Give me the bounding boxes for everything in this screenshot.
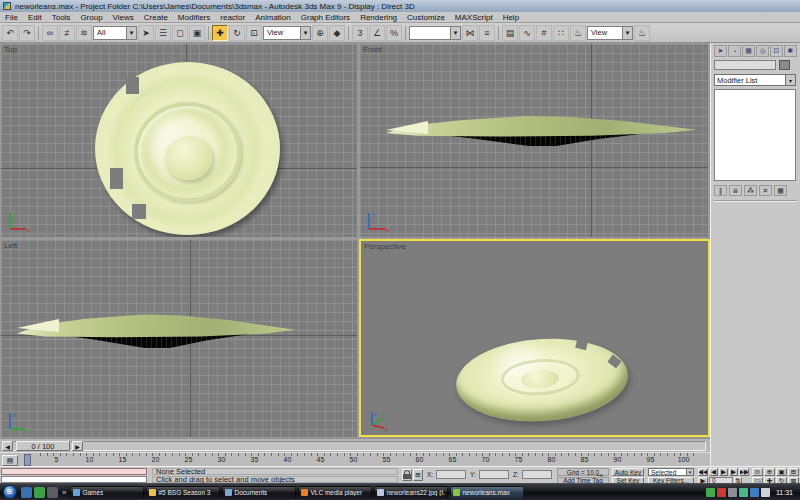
time-step-back-button[interactable]: ◀	[2, 441, 13, 451]
menu-animation[interactable]: Animation	[250, 13, 296, 22]
select-and-link-button[interactable]: ∞	[42, 25, 58, 41]
tab-create[interactable]: ➤	[714, 45, 727, 57]
remove-modifier-button[interactable]: ✕	[759, 185, 772, 196]
object-color-swatch[interactable]	[779, 60, 790, 70]
start-button[interactable]: ⊞	[3, 485, 17, 499]
mini-curve-editor-button[interactable]: ▤	[2, 455, 18, 466]
tray-icon-4[interactable]	[739, 488, 748, 497]
select-and-scale-button[interactable]: ⊡	[246, 25, 262, 41]
taskbar-clock[interactable]: 11:31	[772, 489, 797, 496]
menu-reactor[interactable]: reactor	[215, 13, 250, 22]
select-and-rotate-button[interactable]: ↻	[229, 25, 245, 41]
frame-indicator[interactable]	[24, 454, 31, 466]
viewport-label-left[interactable]: Left	[4, 241, 17, 250]
play-button[interactable]: ▶	[719, 468, 728, 476]
taskbar-button-vlc[interactable]: VLC media player	[298, 486, 372, 499]
show-end-result-button[interactable]: ≣	[729, 185, 742, 196]
next-frame-button[interactable]: ▶	[729, 468, 738, 476]
schematic-view-button[interactable]: #	[536, 25, 552, 41]
taskbar-button-neworleans-max[interactable]: neworleans.max	[450, 486, 524, 499]
redo-button[interactable]: ↷	[19, 25, 35, 41]
layer-manager-button[interactable]: ▤	[502, 25, 518, 41]
select-and-move-button[interactable]: ✚	[212, 25, 228, 41]
maxscript-mini-listener-macro[interactable]	[1, 468, 147, 475]
y-coordinate-field[interactable]	[479, 470, 509, 479]
select-by-name-button[interactable]: ☰	[155, 25, 171, 41]
align-button[interactable]: ≡	[479, 25, 495, 41]
mirror-button[interactable]: ⋈	[462, 25, 478, 41]
taskbar-button-jpg-viewer[interactable]: neworleans22.jpg (I...	[374, 486, 448, 499]
angle-snap-button[interactable]: ∠	[369, 25, 385, 41]
go-to-start-button[interactable]: ◀◀	[698, 468, 708, 476]
use-center-button[interactable]: ⊕	[312, 25, 328, 41]
ufo-model-front-view[interactable]	[386, 112, 696, 146]
tray-icon-2[interactable]	[717, 488, 726, 497]
render-scene-button[interactable]: ♨	[570, 25, 586, 41]
configure-modifier-sets-button[interactable]: ▦	[774, 185, 787, 196]
time-slider-track[interactable]	[2, 441, 706, 451]
taskbar-button-documents[interactable]: Documents	[222, 486, 296, 499]
undo-button[interactable]: ↶	[2, 25, 18, 41]
menu-modifiers[interactable]: Modifiers	[173, 13, 215, 22]
menu-file[interactable]: File	[0, 13, 23, 22]
selection-filter-dropdown[interactable]: All ▾	[93, 26, 137, 40]
time-slider-thumb[interactable]: 0 / 100	[16, 441, 70, 451]
selection-lock-button[interactable]	[402, 469, 412, 481]
maxscript-mini-listener[interactable]	[1, 476, 147, 483]
zoom-button[interactable]: ⊙	[752, 468, 763, 476]
curve-editor-button[interactable]: ∿	[519, 25, 535, 41]
menu-graph-editors[interactable]: Graph Editors	[296, 13, 355, 22]
material-editor-button[interactable]: ∷	[553, 25, 569, 41]
viewport-perspective[interactable]: Perspective x y z	[359, 239, 710, 437]
tab-motion[interactable]: ◎	[756, 45, 769, 57]
x-coordinate-field[interactable]	[436, 470, 466, 479]
quick-launch-messenger-icon[interactable]	[34, 487, 45, 498]
rectangular-region-button[interactable]: ◻	[172, 25, 188, 41]
render-type-dropdown[interactable]: View ▾	[587, 26, 633, 40]
absolute-offset-toggle[interactable]: ⊞	[413, 469, 423, 481]
title-bar[interactable]: neworleans.max - Project Folder C:\Users…	[0, 0, 800, 12]
key-mode-dropdown[interactable]: Selected ▾	[648, 468, 694, 476]
menu-help[interactable]: Help	[498, 13, 524, 22]
reference-coordinate-dropdown[interactable]: View ▾	[263, 26, 311, 40]
window-crossing-button[interactable]: ▣	[189, 25, 205, 41]
modifier-stack-list[interactable]	[714, 89, 796, 181]
pin-stack-button[interactable]: ∥	[714, 185, 727, 196]
bind-to-spacewarp-button[interactable]: ≋	[76, 25, 92, 41]
viewport-top[interactable]: Top x y	[1, 44, 357, 237]
track-bar[interactable]: ▤ 5 10 15 20 25 30 35 40 45 50 55 60 65 …	[0, 452, 710, 466]
menu-customize[interactable]: Customize	[402, 13, 450, 22]
make-unique-button[interactable]: ⁂	[744, 185, 757, 196]
menu-edit[interactable]: Edit	[23, 13, 47, 22]
viewport-label-top[interactable]: Top	[4, 45, 17, 54]
previous-frame-button[interactable]: ◀	[709, 468, 718, 476]
object-name-field[interactable]	[714, 60, 776, 70]
ufo-model-perspective-view[interactable]	[453, 333, 630, 427]
taskbar-button-bsg-folder[interactable]: #5 BSG Season 3	[146, 486, 220, 499]
volume-icon[interactable]	[761, 488, 770, 497]
quick-launch-overflow-icon[interactable]: »	[62, 488, 66, 497]
viewport-label-front[interactable]: Front	[363, 45, 382, 54]
menu-rendering[interactable]: Rendering	[355, 13, 402, 22]
select-and-manipulate-button[interactable]: ◆	[329, 25, 345, 41]
auto-key-button[interactable]: Auto Key	[612, 468, 644, 476]
tray-icon-5[interactable]	[750, 488, 759, 497]
quick-launch-desktop-icon[interactable]	[47, 487, 58, 498]
viewport-front[interactable]: Front x z	[360, 44, 708, 237]
percent-snap-button[interactable]: %	[386, 25, 402, 41]
tab-hierarchy[interactable]: ▦	[742, 45, 755, 57]
tray-icon-1[interactable]	[706, 488, 715, 497]
ufo-model-left-view[interactable]	[17, 310, 295, 348]
menu-tools[interactable]: Tools	[47, 13, 76, 22]
menu-group[interactable]: Group	[75, 13, 107, 22]
tab-modify[interactable]: ◔	[728, 45, 741, 57]
tab-display[interactable]: ⊡	[770, 45, 783, 57]
z-coordinate-field[interactable]	[522, 470, 552, 479]
go-to-end-button[interactable]: ▶▶	[739, 468, 749, 476]
tray-icon-3[interactable]	[728, 488, 737, 497]
zoom-extents-all-button[interactable]: ⊞	[788, 468, 799, 476]
named-selection-dropdown[interactable]: ▾	[409, 26, 461, 40]
ufo-model-top-view[interactable]	[95, 62, 280, 235]
quick-launch-browser-icon[interactable]	[21, 487, 32, 498]
zoom-extents-button[interactable]: ▣	[776, 468, 787, 476]
